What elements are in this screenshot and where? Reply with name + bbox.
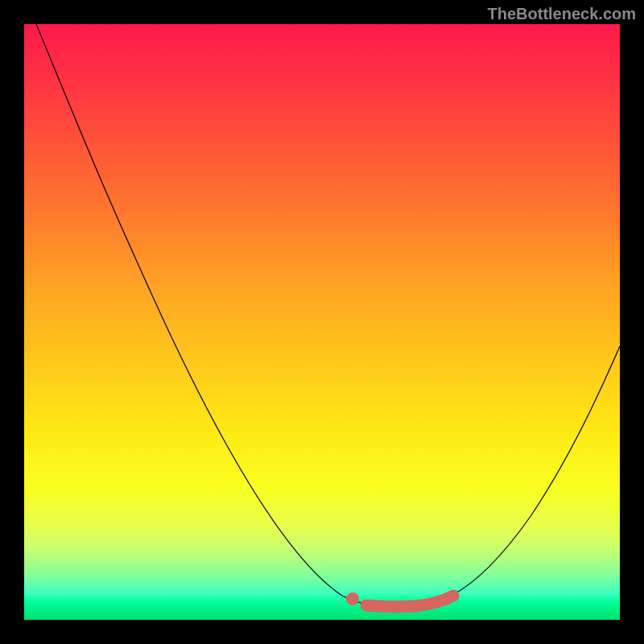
bottleneck-curve	[36, 24, 620, 607]
highlight-start-dot	[346, 592, 359, 605]
highlight-marker	[366, 596, 453, 607]
plot-area	[24, 24, 620, 620]
attribution-text: TheBottleneck.com	[488, 5, 636, 23]
chart-svg	[24, 24, 620, 620]
